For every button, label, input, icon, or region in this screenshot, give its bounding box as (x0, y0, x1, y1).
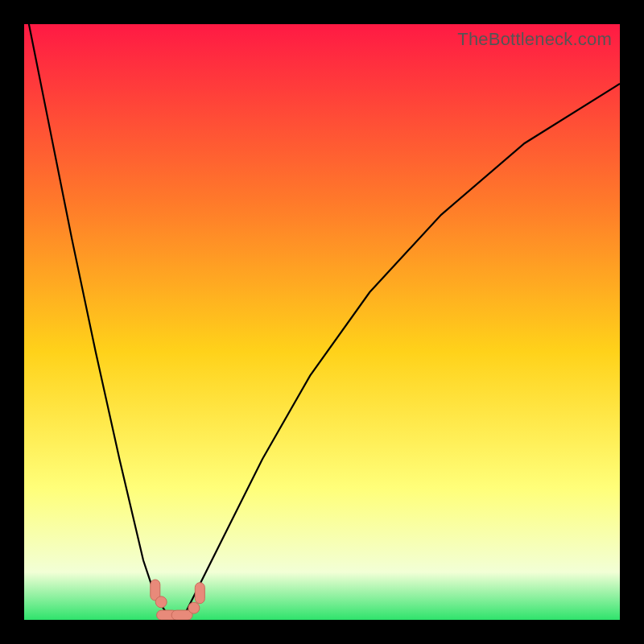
watermark-text: TheBottleneck.com (457, 29, 612, 50)
chart-stage: TheBottleneck.com (0, 0, 644, 644)
plot-area: TheBottleneck.com (24, 24, 620, 620)
curve-marker (195, 583, 204, 604)
curve-marker (155, 597, 167, 608)
chart-svg (24, 24, 620, 620)
curve-marker (188, 602, 200, 613)
gradient-background (24, 24, 620, 620)
